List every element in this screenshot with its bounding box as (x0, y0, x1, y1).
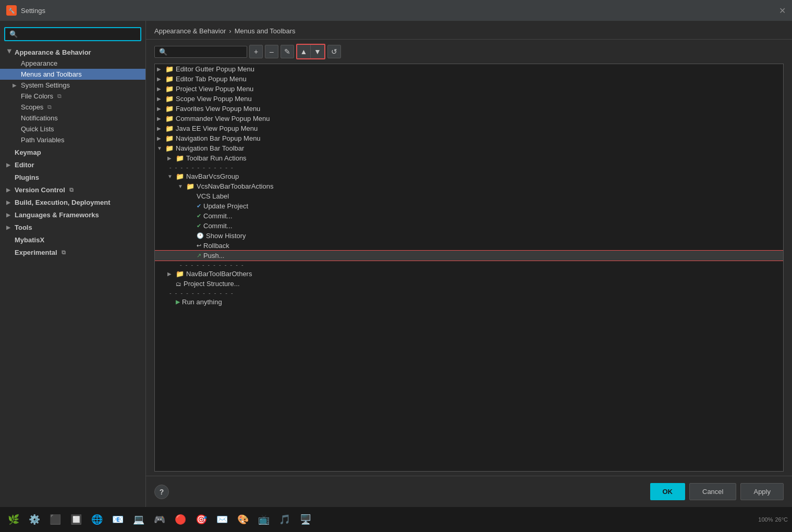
tree-item-label: Favorites View Popup Menu (176, 105, 260, 113)
sidebar-item-experimental[interactable]: Experimental ⧉ (0, 245, 145, 258)
tree-item-label: Toolbar Run Actions (186, 154, 247, 162)
tree-arrow-icon: ▶ (157, 76, 165, 82)
taskbar-icon-files[interactable]: 🔲 (67, 510, 86, 529)
sidebar: ▶ Appearance & Behavior Appearance Menus… (0, 21, 146, 507)
move-down-button[interactable]: ▼ (311, 45, 324, 58)
taskbar-icon-red[interactable]: 🔴 (171, 510, 190, 529)
sidebar-item-editor[interactable]: ▶ Editor (0, 158, 145, 170)
tree-row[interactable]: ▶ 📁 Scope View Popup Menu (155, 94, 783, 104)
close-button[interactable]: ✕ (779, 6, 786, 16)
sidebar-item-label: Experimental (15, 249, 57, 256)
arrow-spacer (13, 93, 19, 99)
sidebar-item-label: Languages & Frameworks (15, 211, 99, 219)
arrow-icon: ▶ (6, 187, 13, 193)
folder-icon: 📁 (165, 125, 174, 132)
toolbar-search-input[interactable] (169, 48, 242, 56)
add-button[interactable]: + (249, 45, 263, 58)
arrow-icon: ▶ (7, 50, 13, 56)
sidebar-item-label: Editor (15, 161, 34, 169)
tree-row-update-project[interactable]: ✔ Update Project (155, 201, 783, 211)
tree-row[interactable]: ▶ 📁 Java EE View Popup Menu (155, 123, 783, 133)
separator-row: - - - - - - - - - - - - (155, 163, 783, 171)
app-icon: 🔧 (6, 5, 17, 16)
tree-arrow-icon: ▼ (157, 145, 165, 151)
remove-button[interactable]: – (265, 45, 278, 58)
taskbar-icon-target[interactable]: 🎯 (192, 510, 211, 529)
tree-row-navbartoolbarothers[interactable]: ▶ 📁 NavBarToolBarOthers (155, 269, 783, 279)
green-check-icon: ✔ (197, 222, 201, 229)
tree-row-vcsnavbar[interactable]: ▼ 📁 VcsNavBarToobarActions (155, 181, 783, 191)
reset-button[interactable]: ↺ (327, 45, 341, 58)
title-bar: 🔧 Settings ✕ (0, 0, 792, 21)
taskbar-right: 100% 26°C (758, 516, 788, 523)
sidebar-item-mybatisx[interactable]: MybatisX (0, 233, 145, 245)
tree-row-vcs-label[interactable]: VCS Label (155, 191, 783, 201)
sidebar-item-appearance[interactable]: Appearance (0, 58, 145, 69)
toolbar-search-wrap[interactable]: 🔍 (154, 46, 247, 58)
sidebar-item-build[interactable]: ▶ Build, Execution, Deployment (0, 195, 145, 208)
ok-button[interactable]: OK (650, 483, 686, 500)
sidebar-item-keymap[interactable]: Keymap (0, 145, 145, 158)
tree-row[interactable]: ▶ 📁 Editor Tab Popup Menu (155, 74, 783, 84)
sidebar-item-scopes[interactable]: Scopes ⧉ (0, 102, 145, 113)
arrow-spacer (13, 126, 19, 132)
taskbar-icon-music[interactable]: 🎵 (275, 510, 294, 529)
sidebar-item-quick-lists[interactable]: Quick Lists (0, 123, 145, 134)
sidebar-item-label: Notifications (21, 114, 58, 122)
sidebar-item-appearance-behavior[interactable]: ▶ Appearance & Behavior (0, 45, 145, 58)
taskbar-temp: 26°C (775, 516, 788, 523)
tree-row-push[interactable]: ↗ Push... (155, 251, 783, 261)
help-button[interactable]: ? (154, 485, 169, 499)
sidebar-item-plugins[interactable]: Plugins (0, 170, 145, 183)
sidebar-item-path-variables[interactable]: Path Variables (0, 134, 145, 145)
apply-button[interactable]: Apply (740, 483, 784, 500)
tree-row[interactable]: ▶ 📁 Navigation Bar Popup Menu (155, 133, 783, 143)
tree-row-project-structure[interactable]: 🗂 Project Structure... (155, 279, 783, 289)
taskbar-icon-settings[interactable]: ⚙️ (25, 510, 44, 529)
edit-button[interactable]: ✎ (281, 45, 294, 58)
breadcrumb-part1: Appearance & Behavior (154, 27, 226, 35)
tree-item-label: Push... (203, 252, 224, 259)
tree-row[interactable]: ▶ 📁 Toolbar Run Actions (155, 153, 783, 163)
sidebar-item-system-settings[interactable]: ▶ System Settings (0, 80, 145, 91)
arrow-spacer (13, 137, 19, 143)
tree-row-rollback[interactable]: ↩ Rollback (155, 241, 783, 251)
tree-row-nav-bar-toolbar[interactable]: ▼ 📁 Navigation Bar Toolbar (155, 143, 783, 153)
taskbar-icon-media[interactable]: 📺 (254, 510, 273, 529)
sidebar-item-version-control[interactable]: ▶ Version Control ⧉ (0, 183, 145, 195)
sidebar-item-notifications[interactable]: Notifications (0, 113, 145, 123)
taskbar-icon-browser[interactable]: 🌐 (88, 510, 106, 529)
tree-panel[interactable]: ▶ 📁 Editor Gutter Popup Menu ▶ 📁 Editor … (154, 64, 784, 472)
move-up-button[interactable]: ▲ (297, 45, 311, 58)
taskbar-icon-email[interactable]: 📧 (108, 510, 127, 529)
sidebar-item-file-colors[interactable]: File Colors ⧉ (0, 91, 145, 102)
taskbar-icon-start[interactable]: 🌿 (4, 510, 23, 529)
arrow-icon: ▶ (6, 225, 13, 230)
tree-row-navbarvcsgroup[interactable]: ▼ 📁 NavBarVcsGroup (155, 171, 783, 181)
sidebar-item-menus-toolbars[interactable]: Menus and Toolbars (0, 69, 145, 80)
sidebar-item-label: Appearance & Behavior (15, 48, 91, 56)
arrow-spacer (13, 71, 19, 77)
taskbar-icon-display[interactable]: 🖥️ (296, 510, 315, 529)
tree-item-label: Project Structure... (184, 280, 240, 288)
sidebar-search-wrap[interactable] (4, 27, 141, 41)
tree-arrow-spacer (188, 223, 197, 229)
tree-row[interactable]: ▶ 📁 Project View Popup Menu (155, 84, 783, 94)
arrow-icon: ▶ (13, 82, 19, 88)
taskbar-icon-paint[interactable]: 🎨 (234, 510, 252, 529)
taskbar-icon-grid[interactable]: ⬛ (46, 510, 65, 529)
tree-row[interactable]: ▶ 📁 Commander View Popup Menu (155, 114, 783, 123)
tree-row-commit2[interactable]: ✔ Commit... (155, 221, 783, 231)
tree-row[interactable]: ▶ 📁 Favorites View Popup Menu (155, 104, 783, 114)
tree-row-show-history[interactable]: 🕐 Show History (155, 231, 783, 241)
sidebar-item-languages[interactable]: ▶ Languages & Frameworks (0, 208, 145, 220)
taskbar-icon-terminal[interactable]: 💻 (129, 510, 148, 529)
sidebar-search-input[interactable] (4, 27, 141, 41)
tree-row-commit1[interactable]: ✔ Commit... (155, 211, 783, 221)
tree-row-run-anything[interactable]: ▶ Run anything (155, 297, 783, 307)
taskbar-icon-game[interactable]: 🎮 (150, 510, 169, 529)
cancel-button[interactable]: Cancel (689, 483, 736, 500)
taskbar-icon-mail[interactable]: ✉️ (213, 510, 231, 529)
tree-row[interactable]: ▶ 📁 Editor Gutter Popup Menu (155, 64, 783, 74)
sidebar-item-tools[interactable]: ▶ Tools (0, 220, 145, 233)
